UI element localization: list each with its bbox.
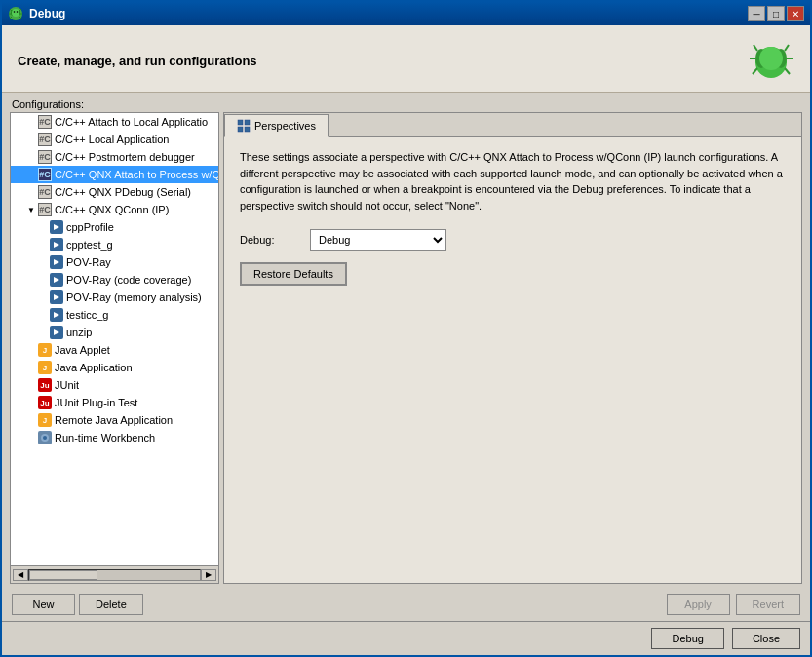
tree-item-remote-java[interactable]: J Remote Java Application xyxy=(11,411,218,429)
expand-arrow xyxy=(38,240,48,250)
java-icon: J xyxy=(38,413,52,427)
window-close-button[interactable]: ✕ xyxy=(787,6,804,21)
tree-item-label: Java Applet xyxy=(55,344,110,356)
expand-arrow xyxy=(26,170,36,179)
expand-arrow xyxy=(26,363,36,372)
scroll-left-button[interactable]: ◀ xyxy=(13,569,28,581)
main-area: #C C/C++ Attach to Local Applicatio #C C… xyxy=(2,112,810,588)
svg-marker-26 xyxy=(54,259,59,265)
scroll-right-button[interactable]: ▶ xyxy=(201,569,216,581)
svg-rect-34 xyxy=(245,120,250,125)
expand-arrow xyxy=(38,222,48,232)
expand-arrow xyxy=(26,152,36,162)
tree-item-cplus-local[interactable]: #C C/C++ Local Application xyxy=(11,131,218,148)
tree-item-label: POV-Ray (memory analysis) xyxy=(66,291,202,303)
expand-arrow xyxy=(38,292,48,302)
tree-item-cplus-qnx-pdebug[interactable]: #C C/C++ QNX PDebug (Serial) xyxy=(11,183,218,201)
expand-arrow xyxy=(38,310,48,320)
debug-select[interactable]: Debug None xyxy=(310,229,446,251)
svg-marker-29 xyxy=(54,312,59,318)
window-title: Debug xyxy=(29,7,65,20)
tree-item-cpp-profile[interactable]: cppProfile xyxy=(11,218,218,236)
tree-container[interactable]: #C C/C++ Attach to Local Applicatio #C C… xyxy=(11,113,218,565)
restore-defaults-button[interactable]: Restore Defaults xyxy=(240,262,347,286)
bottom-buttons-row: New Delete Apply Revert xyxy=(2,588,810,621)
java-icon: J xyxy=(38,361,52,374)
debug-form-label: Debug: xyxy=(240,234,298,246)
tree-item-pov-ray-mem[interactable]: POV-Ray (memory analysis) xyxy=(11,289,218,306)
debug-button[interactable]: Debug xyxy=(651,628,723,649)
horizontal-scrollbar[interactable]: ◀ ▶ xyxy=(11,565,218,583)
tree-item-cplus-qnx-qconn[interactable]: ▼ #C C/C++ QNX QConn (IP) xyxy=(11,201,218,218)
perspectives-tab-icon xyxy=(237,119,251,133)
tree-item-cpptest-g[interactable]: cpptest_g xyxy=(11,236,218,253)
tree-item-junit-plugin[interactable]: Ju JUnit Plug-in Test xyxy=(11,394,218,411)
run-icon xyxy=(50,238,63,251)
tree-item-testicc-g[interactable]: testicc_g xyxy=(11,306,218,324)
svg-point-32 xyxy=(43,436,47,440)
delete-button[interactable]: Delete xyxy=(79,594,143,615)
window-header: Create, manage, and run configurations xyxy=(2,25,810,93)
expand-arrow: ▼ xyxy=(26,205,36,214)
tree-item-java-app[interactable]: J Java Application xyxy=(11,359,218,376)
debug-title-icon xyxy=(8,6,23,21)
footer-row: Debug Close xyxy=(2,621,810,655)
tree-item-label: C/C++ QNX Attach to Process w/QConn (IP) xyxy=(55,169,218,180)
run-icon xyxy=(50,220,63,234)
maximize-button[interactable]: □ xyxy=(767,6,785,21)
svg-marker-30 xyxy=(54,329,59,335)
svg-rect-35 xyxy=(238,127,243,132)
close-button[interactable]: Close xyxy=(732,628,800,649)
apply-button[interactable]: Apply xyxy=(667,594,730,615)
tree-item-label: Run-time Workbench xyxy=(55,432,155,444)
tree-item-label: C/C++ Postmortem debugger xyxy=(55,151,195,163)
app-icon xyxy=(38,431,52,444)
bottom-right-buttons: Apply Revert xyxy=(667,594,800,615)
tree-item-junit[interactable]: Ju JUnit xyxy=(11,376,218,394)
svg-point-3 xyxy=(12,9,19,17)
tree-item-runtime-wb[interactable]: Run-time Workbench xyxy=(11,429,218,446)
svg-line-19 xyxy=(785,45,789,51)
debug-window: Debug ─ □ ✕ Create, manage, and run conf… xyxy=(0,0,812,657)
svg-rect-33 xyxy=(238,120,243,125)
expand-arrow xyxy=(26,187,36,197)
svg-line-18 xyxy=(754,45,757,51)
tree-item-unzip[interactable]: unzip xyxy=(11,324,218,341)
scroll-track[interactable] xyxy=(28,569,201,581)
cplus-icon: #C xyxy=(38,133,52,146)
window-content: Configurations: #C C/C++ Attach to Local… xyxy=(2,93,810,655)
tree-item-label: POV-Ray xyxy=(66,256,111,268)
title-bar-left: Debug xyxy=(8,6,65,21)
cplus-icon: #C xyxy=(38,168,52,181)
tree-item-label: Remote Java Application xyxy=(55,414,173,426)
tree-item-label: unzip xyxy=(66,327,92,338)
svg-marker-24 xyxy=(54,224,59,230)
revert-button[interactable]: Revert xyxy=(736,594,800,615)
expand-arrow xyxy=(26,415,36,425)
tree-item-label: testicc_g xyxy=(66,309,108,321)
tab-perspectives[interactable]: Perspectives xyxy=(224,114,329,137)
tree-item-java-applet[interactable]: J Java Applet xyxy=(11,341,218,359)
new-button[interactable]: New xyxy=(12,594,75,615)
run-icon xyxy=(50,326,63,339)
tree-item-cplus-postmortem[interactable]: #C C/C++ Postmortem debugger xyxy=(11,148,218,166)
svg-rect-36 xyxy=(245,127,250,132)
tree-item-cplus-attach[interactable]: #C C/C++ Attach to Local Applicatio xyxy=(11,113,218,131)
configs-label: Configurations: xyxy=(2,93,810,112)
tree-item-pov-ray[interactable]: POV-Ray xyxy=(11,253,218,271)
debug-form-row: Debug: Debug None xyxy=(240,229,786,251)
tab-perspectives-label: Perspectives xyxy=(254,120,316,132)
scroll-thumb[interactable] xyxy=(29,570,97,580)
junit-icon: Ju xyxy=(38,378,52,392)
tree-item-label: cpptest_g xyxy=(66,239,113,251)
tree-item-cplus-qnx-attach[interactable]: #C C/C++ QNX Attach to Process w/QConn (… xyxy=(11,166,218,183)
svg-marker-27 xyxy=(54,277,59,283)
cplus-icon: #C xyxy=(38,203,52,216)
minimize-button[interactable]: ─ xyxy=(748,6,765,21)
tree-item-pov-ray-cc[interactable]: POV-Ray (code coverage) xyxy=(11,271,218,289)
run-icon xyxy=(50,308,63,322)
tree-item-label: cppProfile xyxy=(66,221,114,233)
tree-item-label: C/C++ QNX QConn (IP) xyxy=(55,204,169,215)
expand-arrow xyxy=(26,380,36,390)
svg-marker-28 xyxy=(54,294,59,300)
